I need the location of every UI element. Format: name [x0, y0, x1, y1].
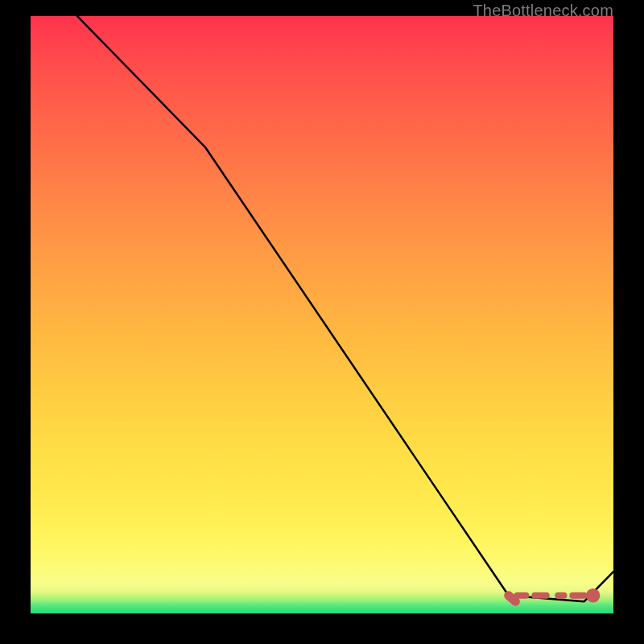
chart-overlay: [31, 16, 613, 613]
highlight-dot: [586, 588, 600, 602]
main-line: [31, 0, 613, 601]
chart-canvas: TheBottleneck.com: [0, 0, 644, 644]
